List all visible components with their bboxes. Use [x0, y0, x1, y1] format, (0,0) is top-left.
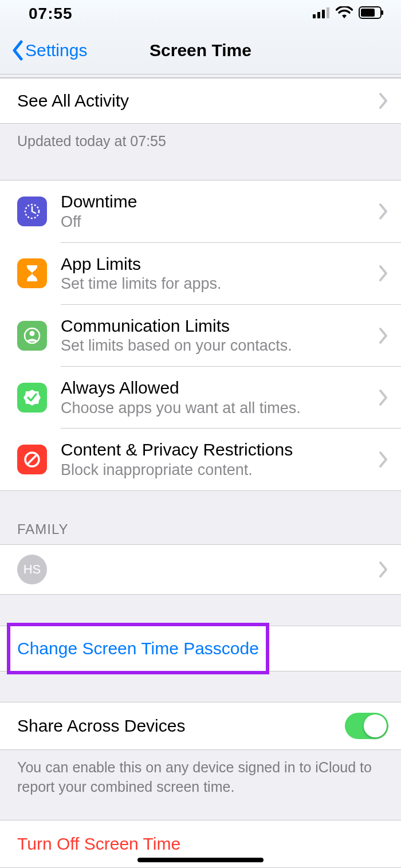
- option-subtitle: Block inappropriate content.: [61, 461, 378, 480]
- updated-footer: Updated today at 07:55: [0, 124, 401, 150]
- back-label: Settings: [25, 41, 87, 60]
- see-all-activity-label: See All Activity: [17, 91, 378, 111]
- option-texts: App LimitsSet time limits for apps.: [61, 251, 378, 296]
- chevron-right-icon: [378, 265, 388, 282]
- svg-rect-6: [382, 10, 383, 15]
- chevron-right-icon: [378, 203, 388, 220]
- change-passcode-label: Change Screen Time Passcode: [17, 639, 388, 658]
- chevron-right-icon: [378, 327, 388, 344]
- status-time: 07:55: [29, 5, 73, 23]
- option-texts: Always AllowedChoose apps you want at al…: [61, 375, 378, 420]
- family-group: HS: [0, 544, 401, 595]
- option-row-communication-limits[interactable]: Communication LimitsSet limits based on …: [0, 305, 401, 366]
- option-texts: DowntimeOff: [61, 188, 378, 234]
- svg-rect-2: [322, 10, 325, 18]
- status-bar: 07:55: [0, 0, 401, 28]
- option-row-downtime[interactable]: DowntimeOff: [0, 180, 401, 242]
- activity-group: See All Activity: [0, 78, 401, 124]
- svg-rect-3: [327, 7, 329, 18]
- option-row-always-allowed[interactable]: Always AllowedChoose apps you want at al…: [0, 367, 401, 428]
- avatar-initials: HS: [23, 562, 41, 577]
- option-subtitle: Choose apps you want at all times.: [61, 399, 378, 418]
- share-across-devices-row: Share Across Devices: [0, 702, 401, 749]
- check-icon: [17, 383, 47, 413]
- share-group: Share Across Devices: [0, 702, 401, 750]
- option-row-app-limits[interactable]: App LimitsSet time limits for apps.: [0, 243, 401, 304]
- option-subtitle: Set limits based on your contacts.: [61, 336, 378, 356]
- option-subtitle: Off: [61, 213, 378, 232]
- family-member-row[interactable]: HS: [0, 545, 401, 594]
- option-row-content-privacy-restrictions[interactable]: Content & Privacy RestrictionsBlock inap…: [0, 429, 401, 490]
- family-header: FAMILY: [0, 521, 401, 544]
- block-icon: [17, 445, 47, 474]
- status-icons: [313, 6, 384, 21]
- clock-icon: [17, 197, 47, 226]
- option-title: Content & Privacy Restrictions: [61, 439, 378, 461]
- svg-line-11: [27, 455, 37, 464]
- chevron-right-icon: [378, 92, 388, 109]
- option-title: Downtime: [61, 191, 378, 213]
- back-button[interactable]: Settings: [0, 40, 87, 61]
- hourglass-icon: [17, 258, 47, 288]
- option-texts: Communication LimitsSet limits based on …: [61, 313, 378, 358]
- battery-icon: [359, 6, 384, 21]
- wifi-icon: [336, 6, 353, 21]
- contact-icon: [17, 321, 47, 351]
- chevron-right-icon: [378, 389, 388, 406]
- options-group: DowntimeOffApp LimitsSet time limits for…: [0, 180, 401, 490]
- svg-rect-5: [361, 9, 375, 17]
- svg-rect-1: [317, 12, 320, 18]
- avatar: HS: [17, 555, 47, 584]
- chevron-left-icon: [11, 40, 24, 61]
- see-all-activity-row[interactable]: See All Activity: [0, 78, 401, 123]
- svg-point-9: [30, 331, 35, 336]
- turn-off-label: Turn Off Screen Time: [17, 834, 388, 854]
- change-passcode-row[interactable]: Change Screen Time Passcode: [0, 626, 401, 671]
- share-label: Share Across Devices: [17, 716, 345, 736]
- option-title: Always Allowed: [61, 377, 378, 399]
- cellular-icon: [313, 7, 330, 21]
- passcode-group: Change Screen Time Passcode: [0, 626, 401, 671]
- option-subtitle: Set time limits for apps.: [61, 274, 378, 294]
- option-title: Communication Limits: [61, 315, 378, 337]
- home-indicator: [137, 858, 264, 862]
- page-title: Screen Time: [150, 41, 251, 60]
- option-texts: Content & Privacy RestrictionsBlock inap…: [61, 437, 378, 482]
- option-title: App Limits: [61, 253, 378, 275]
- svg-rect-0: [313, 14, 316, 18]
- chevron-right-icon: [378, 451, 388, 468]
- share-footer: You can enable this on any device signed…: [0, 750, 401, 797]
- nav-bar: Settings Screen Time: [0, 28, 401, 74]
- share-toggle[interactable]: [345, 713, 388, 739]
- chevron-right-icon: [378, 561, 388, 578]
